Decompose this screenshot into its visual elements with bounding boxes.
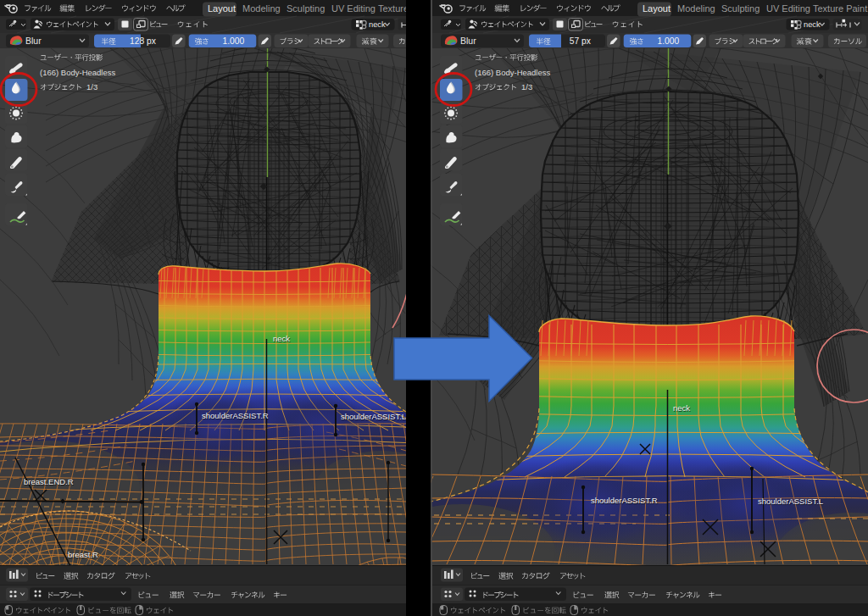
- svg-text:128 px: 128 px: [130, 36, 157, 46]
- svg-text:shoulderASSIST.R: shoulderASSIST.R: [591, 496, 658, 505]
- svg-text:breast.END.R: breast.END.R: [24, 477, 74, 486]
- svg-text:shoulderASSIST.L: shoulderASSIST.L: [341, 412, 406, 421]
- svg-text:breast.R: breast.R: [68, 550, 98, 559]
- svg-text:shoulderASSIST.R: shoulderASSIST.R: [202, 411, 269, 420]
- svg-text:neck: neck: [673, 403, 690, 413]
- svg-text:shoulderASSIST.L: shoulderASSIST.L: [758, 497, 823, 506]
- svg-text:57 px: 57 px: [570, 36, 592, 46]
- svg-text:neck: neck: [273, 334, 290, 343]
